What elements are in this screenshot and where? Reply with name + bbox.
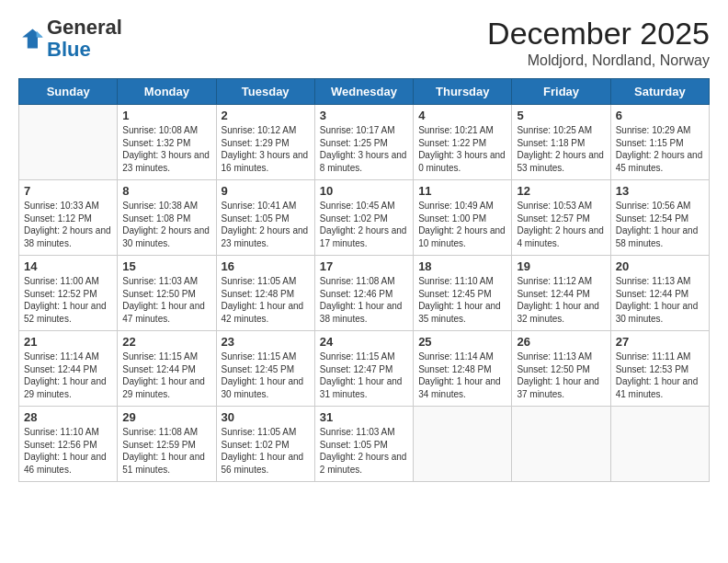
calendar-cell: 23Sunrise: 11:15 AM Sunset: 12:45 PM Day…: [216, 331, 314, 407]
day-number: 3: [320, 109, 408, 122]
calendar-cell: 21Sunrise: 11:14 AM Sunset: 12:44 PM Day…: [19, 331, 118, 407]
calendar-cell: 16Sunrise: 11:05 AM Sunset: 12:48 PM Day…: [216, 256, 314, 331]
calendar-cell: [512, 407, 610, 482]
day-number: 15: [122, 259, 210, 273]
calendar-cell: 2Sunrise: 10:12 AM Sunset: 1:29 PM Dayli…: [216, 105, 314, 180]
day-info: Sunrise: 11:10 AM Sunset: 12:45 PM Dayli…: [418, 275, 506, 325]
calendar-cell: 11Sunrise: 10:49 AM Sunset: 1:00 PM Dayl…: [414, 180, 512, 256]
calendar-cell: 26Sunrise: 11:13 AM Sunset: 12:50 PM Day…: [512, 331, 610, 407]
calendar-week-3: 21Sunrise: 11:14 AM Sunset: 12:44 PM Day…: [19, 331, 710, 407]
day-info: Sunrise: 11:03 AM Sunset: 12:50 PM Dayli…: [122, 275, 210, 325]
calendar-title: December 2025: [487, 17, 710, 51]
header: General Blue December 2025 Moldjord, Nor…: [18, 17, 710, 69]
day-number: 23: [222, 335, 310, 349]
day-info: Sunrise: 10:53 AM Sunset: 12:57 PM Dayli…: [517, 200, 605, 249]
day-info: Sunrise: 10:29 AM Sunset: 1:15 PM Daylig…: [616, 124, 704, 174]
day-info: Sunrise: 10:12 AM Sunset: 1:29 PM Daylig…: [222, 124, 310, 174]
logo: General Blue: [18, 17, 122, 61]
day-number: 6: [616, 109, 704, 122]
col-sunday: Sunday: [19, 79, 118, 105]
col-saturday: Saturday: [610, 79, 709, 105]
day-number: 29: [122, 410, 210, 424]
calendar-cell: 18Sunrise: 11:10 AM Sunset: 12:45 PM Day…: [414, 256, 512, 331]
col-friday: Friday: [512, 79, 610, 105]
calendar-cell: 15Sunrise: 11:03 AM Sunset: 12:50 PM Day…: [118, 256, 216, 331]
day-info: Sunrise: 10:49 AM Sunset: 1:00 PM Daylig…: [418, 200, 506, 249]
calendar-cell: 14Sunrise: 11:00 AM Sunset: 12:52 PM Day…: [19, 256, 118, 331]
col-wednesday: Wednesday: [314, 79, 413, 105]
calendar-cell: 4Sunrise: 10:21 AM Sunset: 1:22 PM Dayli…: [414, 105, 512, 180]
calendar-table: Sunday Monday Tuesday Wednesday Thursday…: [18, 78, 710, 482]
day-number: 5: [517, 109, 605, 122]
day-info: Sunrise: 10:38 AM Sunset: 1:08 PM Daylig…: [122, 200, 210, 249]
calendar-cell: 8Sunrise: 10:38 AM Sunset: 1:08 PM Dayli…: [118, 180, 216, 256]
logo-general-text: General: [47, 16, 122, 39]
day-header-row: Sunday Monday Tuesday Wednesday Thursday…: [19, 79, 710, 105]
calendar-cell: 29Sunrise: 11:08 AM Sunset: 12:59 PM Day…: [118, 407, 216, 482]
day-info: Sunrise: 11:13 AM Sunset: 12:44 PM Dayli…: [616, 275, 704, 325]
calendar-cell: 24Sunrise: 11:15 AM Sunset: 12:47 PM Day…: [314, 331, 413, 407]
calendar-cell: 9Sunrise: 10:41 AM Sunset: 1:05 PM Dayli…: [216, 180, 314, 256]
day-info: Sunrise: 11:10 AM Sunset: 12:56 PM Dayli…: [24, 426, 112, 476]
calendar-cell: 10Sunrise: 10:45 AM Sunset: 1:02 PM Dayl…: [314, 180, 413, 256]
calendar-cell: 19Sunrise: 11:12 AM Sunset: 12:44 PM Day…: [512, 256, 610, 331]
day-number: 21: [24, 335, 112, 349]
day-info: Sunrise: 11:00 AM Sunset: 12:52 PM Dayli…: [24, 275, 112, 325]
day-number: 20: [616, 259, 704, 273]
day-info: Sunrise: 10:17 AM Sunset: 1:25 PM Daylig…: [320, 124, 408, 174]
col-monday: Monday: [118, 79, 216, 105]
day-number: 2: [222, 109, 310, 122]
calendar-cell: 22Sunrise: 11:15 AM Sunset: 12:44 PM Day…: [118, 331, 216, 407]
day-number: 27: [616, 335, 704, 349]
col-thursday: Thursday: [414, 79, 512, 105]
calendar-cell: 3Sunrise: 10:17 AM Sunset: 1:25 PM Dayli…: [314, 105, 413, 180]
day-info: Sunrise: 11:15 AM Sunset: 12:44 PM Dayli…: [122, 350, 210, 400]
calendar-cell: 25Sunrise: 11:14 AM Sunset: 12:48 PM Day…: [414, 331, 512, 407]
day-info: Sunrise: 11:05 AM Sunset: 1:02 PM Daylig…: [222, 426, 310, 476]
calendar-cell: 13Sunrise: 10:56 AM Sunset: 12:54 PM Day…: [610, 180, 709, 256]
day-number: 13: [616, 184, 704, 198]
calendar-cell: 7Sunrise: 10:33 AM Sunset: 1:12 PM Dayli…: [19, 180, 118, 256]
calendar-cell: 5Sunrise: 10:25 AM Sunset: 1:18 PM Dayli…: [512, 105, 610, 180]
day-info: Sunrise: 10:21 AM Sunset: 1:22 PM Daylig…: [418, 124, 506, 174]
day-number: 7: [24, 184, 112, 198]
day-number: 14: [24, 259, 112, 273]
day-number: 16: [222, 259, 310, 273]
calendar-cell: 12Sunrise: 10:53 AM Sunset: 12:57 PM Day…: [512, 180, 610, 256]
calendar-week-2: 14Sunrise: 11:00 AM Sunset: 12:52 PM Day…: [19, 256, 710, 331]
day-info: Sunrise: 11:15 AM Sunset: 12:47 PM Dayli…: [320, 350, 408, 400]
day-info: Sunrise: 11:15 AM Sunset: 12:45 PM Dayli…: [222, 350, 310, 400]
page: General Blue December 2025 Moldjord, Nor…: [0, 0, 728, 563]
day-info: Sunrise: 10:56 AM Sunset: 12:54 PM Dayli…: [616, 200, 704, 249]
day-number: 9: [222, 184, 310, 198]
logo-blue-text: Blue: [47, 38, 91, 61]
day-info: Sunrise: 10:33 AM Sunset: 1:12 PM Daylig…: [24, 200, 112, 249]
day-info: Sunrise: 11:08 AM Sunset: 12:46 PM Dayli…: [320, 275, 408, 325]
day-number: 8: [122, 184, 210, 198]
day-number: 28: [24, 410, 112, 424]
day-info: Sunrise: 11:14 AM Sunset: 12:44 PM Dayli…: [24, 350, 112, 400]
day-info: Sunrise: 11:12 AM Sunset: 12:44 PM Dayli…: [517, 275, 605, 325]
calendar-week-0: 1Sunrise: 10:08 AM Sunset: 1:32 PM Dayli…: [19, 105, 710, 180]
day-number: 26: [517, 335, 605, 349]
title-area: December 2025 Moldjord, Nordland, Norway: [487, 17, 710, 69]
day-info: Sunrise: 11:08 AM Sunset: 12:59 PM Dayli…: [122, 426, 210, 476]
day-number: 24: [320, 335, 408, 349]
day-info: Sunrise: 11:11 AM Sunset: 12:53 PM Dayli…: [616, 350, 704, 400]
logo-icon: [18, 26, 44, 52]
calendar-cell: [414, 407, 512, 482]
calendar-cell: [19, 105, 118, 180]
day-info: Sunrise: 11:14 AM Sunset: 12:48 PM Dayli…: [418, 350, 506, 400]
day-info: Sunrise: 10:08 AM Sunset: 1:32 PM Daylig…: [122, 124, 210, 174]
calendar-cell: 31Sunrise: 11:03 AM Sunset: 1:05 PM Dayl…: [314, 407, 413, 482]
day-number: 1: [122, 109, 210, 122]
day-number: 30: [222, 410, 310, 424]
calendar-cell: 20Sunrise: 11:13 AM Sunset: 12:44 PM Day…: [610, 256, 709, 331]
day-number: 11: [418, 184, 506, 198]
calendar-week-4: 28Sunrise: 11:10 AM Sunset: 12:56 PM Day…: [19, 407, 710, 482]
day-number: 4: [418, 109, 506, 122]
day-info: Sunrise: 10:41 AM Sunset: 1:05 PM Daylig…: [222, 200, 310, 249]
day-number: 10: [320, 184, 408, 198]
col-tuesday: Tuesday: [216, 79, 314, 105]
calendar-cell: 17Sunrise: 11:08 AM Sunset: 12:46 PM Day…: [314, 256, 413, 331]
